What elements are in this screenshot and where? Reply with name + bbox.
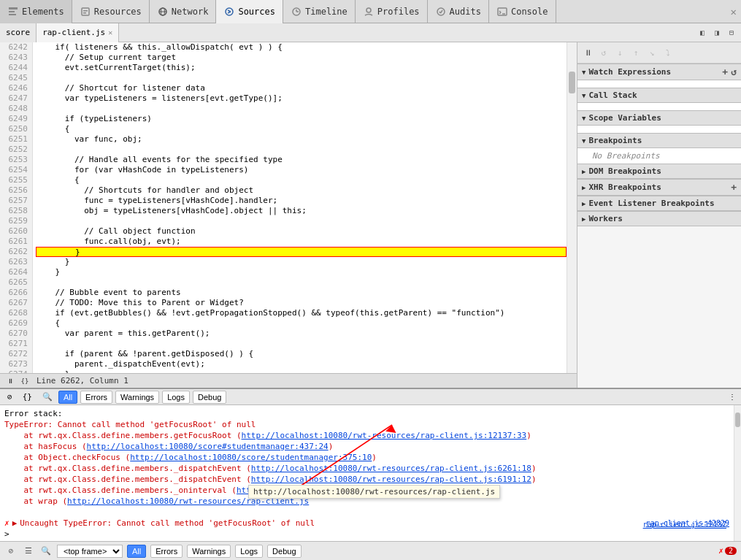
step-into-btn[interactable]: ↑ xyxy=(629,45,643,60)
code-content-area[interactable]: 6242624362446245624662476248624962506251… xyxy=(0,42,577,373)
pause-btn[interactable]: ⏸ xyxy=(580,45,595,60)
right-link-2[interactable]: rap-client.js:12137 xyxy=(643,519,726,530)
step-out-btn[interactable]: ↘ xyxy=(645,45,659,60)
workers-header[interactable]: ▶ Workers xyxy=(577,211,741,226)
code-line-6273: parent._dispatchEvent(evt); xyxy=(36,359,567,369)
deactivate-btn[interactable]: ⤵ xyxy=(661,45,675,60)
code-line-6258: obj = typeListeners[vHashCode].object ||… xyxy=(36,206,567,216)
url-tooltip: http://localhost:10080/rwt-resources/rap… xyxy=(248,485,500,499)
trace-link-5[interactable]: http://localhost:10080/rwt-resources/rap… xyxy=(251,475,531,484)
file-tab-score[interactable]: score xyxy=(0,23,37,42)
tab-sources[interactable]: Sources xyxy=(216,0,283,23)
line-number: 6255 xyxy=(0,175,32,185)
svg-rect-1 xyxy=(9,11,15,12)
clear-console-btn[interactable]: ⊘ xyxy=(4,545,18,558)
bottom-filter-logs[interactable]: Logs xyxy=(235,545,263,558)
cursor-position: Line 6262, Column 1 xyxy=(37,376,128,386)
xhr-bp-label: XHR Breakpoints xyxy=(588,183,661,192)
split-right-btn[interactable]: ◨ xyxy=(710,26,723,39)
filter-debug-btn[interactable]: Debug xyxy=(193,391,226,404)
debug-status-controls: ⏸ {} xyxy=(4,375,31,387)
filter-all-btn[interactable]: All xyxy=(58,391,77,404)
code-line-6256: // Shortcuts for handler and object xyxy=(36,185,567,196)
console-output[interactable]: Error stack: TypeError: Cannot call meth… xyxy=(0,405,734,541)
line-number: 6268 xyxy=(0,308,32,318)
console-scrollbar[interactable] xyxy=(734,405,741,541)
prompt-chevron: > xyxy=(4,529,9,540)
filter-logs-btn[interactable]: Logs xyxy=(162,391,190,404)
trace-link-3[interactable]: http://localhost:10080/score/studentmana… xyxy=(130,453,372,462)
bottom-filter-all[interactable]: All xyxy=(127,545,146,558)
tab-resources[interactable]: Resources xyxy=(72,0,150,23)
event-bp-label: Event Listener Breakpoints xyxy=(588,199,714,208)
svg-line-18 xyxy=(440,10,442,13)
close-devtools-btn[interactable]: ✕ xyxy=(731,6,741,18)
file-tab-close-btn[interactable]: ✕ xyxy=(108,28,112,37)
filter-warnings-btn[interactable]: Warnings xyxy=(115,391,159,404)
bp-triangle: ▼ xyxy=(582,137,585,145)
step-over-btn[interactable]: ↓ xyxy=(613,45,627,60)
line-number: 6273 xyxy=(0,359,32,369)
console-search-btn[interactable]: 🔍 xyxy=(38,389,57,405)
code-line-6249: if (typeListeners) xyxy=(36,114,567,124)
filter-console-btn[interactable]: ☰ xyxy=(22,545,35,558)
console-format-btn[interactable]: {} xyxy=(18,389,37,405)
frame-select[interactable]: <top frame> xyxy=(57,545,123,558)
line-number: 6271 xyxy=(0,339,32,349)
svg-rect-2 xyxy=(9,14,16,15)
expand-triangle[interactable]: ▶ xyxy=(12,518,18,529)
tab-console[interactable]: Console xyxy=(489,0,556,23)
tab-profiles[interactable]: Profiles xyxy=(356,0,428,23)
code-scrollbar[interactable] xyxy=(567,42,577,373)
filter-errors-btn[interactable]: Errors xyxy=(80,391,112,404)
bottom-filter-errors[interactable]: Errors xyxy=(150,545,183,558)
dom-bp-header[interactable]: ▶ DOM Breakpoints xyxy=(577,164,741,179)
code-line-6244: evt.setCurrentTarget(this); xyxy=(36,63,567,73)
tab-elements-label: Elements xyxy=(22,7,64,17)
line-number: 6259 xyxy=(0,216,32,226)
svg-rect-3 xyxy=(82,8,89,15)
pause-status-btn[interactable]: ⏸ xyxy=(4,375,16,387)
search-console-btn[interactable]: 🔍 xyxy=(39,545,53,558)
line-number: 6242 xyxy=(0,42,32,53)
trace-link-1[interactable]: http://localhost:10080/rwt-resources/rap… xyxy=(242,431,527,440)
line-number: 6250 xyxy=(0,124,32,134)
console-clear-btn[interactable]: ⊘ xyxy=(3,389,17,405)
scope-variables-header[interactable]: ▼ Scope Variables xyxy=(577,110,741,126)
trace-link-2[interactable]: http://localhost:10080/score#studentmana… xyxy=(87,442,329,451)
resume-btn[interactable]: ↺ xyxy=(596,45,611,60)
file-tab-rap-client[interactable]: rap-client.js ✕ xyxy=(37,23,119,42)
console-uncaught: ✗ ▶ Uncaught TypeError: Cannot call meth… xyxy=(4,518,729,529)
tab-network[interactable]: Network xyxy=(150,0,217,23)
split-left-btn[interactable]: ◧ xyxy=(696,26,709,39)
bottom-filter-warnings[interactable]: Warnings xyxy=(187,545,231,558)
svg-rect-5 xyxy=(83,12,86,14)
watch-expressions-header[interactable]: ▼ Watch Expressions + ↺ xyxy=(577,64,741,80)
call-stack-header[interactable]: ▼ Call Stack xyxy=(577,88,741,103)
bottom-filter-debug[interactable]: Debug xyxy=(267,545,301,558)
code-line-6255: { xyxy=(36,175,567,185)
breakpoints-header[interactable]: ▼ Breakpoints xyxy=(577,133,741,148)
resources-icon xyxy=(80,6,91,18)
format-btn[interactable]: {} xyxy=(19,375,31,387)
code-line-6260: // Call object function xyxy=(36,226,567,237)
elements-icon xyxy=(7,6,19,18)
line-number: 6248 xyxy=(0,104,32,114)
tab-timeline[interactable]: Timeline xyxy=(283,0,356,23)
console-more-btn[interactable]: ⋮ xyxy=(726,391,738,403)
split-both-btn[interactable]: ⊟ xyxy=(725,26,738,39)
watch-add-btn[interactable]: + xyxy=(722,66,728,77)
network-icon xyxy=(157,6,169,18)
tab-audits[interactable]: Audits xyxy=(428,0,489,23)
line-number: 6257 xyxy=(0,196,32,206)
xhr-bp-header[interactable]: ▶ XHR Breakpoints + xyxy=(577,179,741,196)
xhr-add-btn[interactable]: + xyxy=(731,182,737,193)
event-bp-header[interactable]: ▶ Event Listener Breakpoints xyxy=(577,196,741,211)
console-trace-3: at Object.checkFocus (http://localhost:1… xyxy=(4,452,729,463)
line-number: 6260 xyxy=(0,226,32,237)
watch-refresh-btn[interactable]: ↺ xyxy=(731,66,737,77)
tab-elements[interactable]: Elements xyxy=(0,0,72,23)
code-line-6261: func.call(obj, evt); xyxy=(36,237,567,247)
timeline-icon xyxy=(291,6,302,18)
trace-link-4[interactable]: http://localhost:10080/rwt-resources/rap… xyxy=(251,464,531,473)
